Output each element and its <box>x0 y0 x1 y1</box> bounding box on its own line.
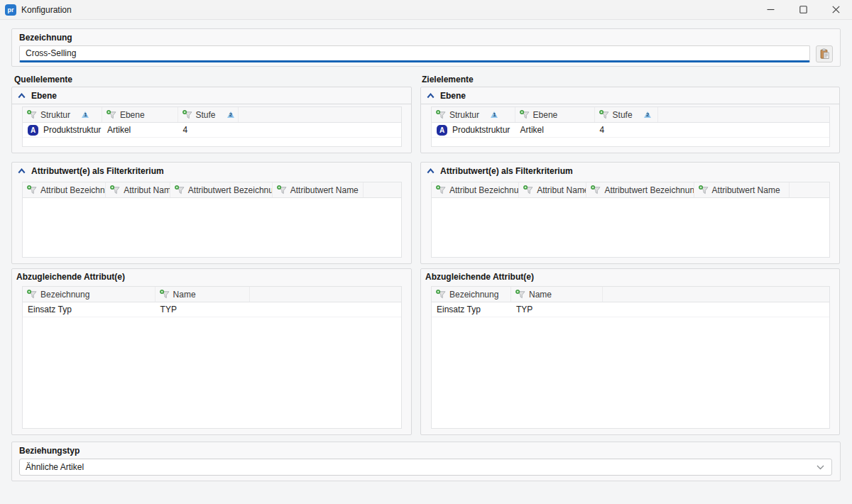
column-label: Attribut Name <box>537 185 586 195</box>
column-label: Attribut Bezeichnung <box>40 185 106 195</box>
column-label: Ebene <box>533 110 558 120</box>
bezeichnung-input[interactable] <box>19 45 810 62</box>
column-header-attributwert-bezeichnung[interactable]: Attributwert Bezeichnung <box>586 182 694 197</box>
window-controls <box>754 0 852 19</box>
close-button[interactable] <box>819 0 852 19</box>
column-header-bezeichnung[interactable]: Bezeichnung <box>432 287 511 302</box>
cell-bezeichnung: Einsatz Typ <box>23 302 155 317</box>
filter-funnel-icon[interactable] <box>599 110 609 119</box>
target-ebene-row[interactable]: AProduktstruktur Artikel 4 <box>432 123 829 138</box>
filter-funnel-icon[interactable] <box>591 185 601 195</box>
column-label: Struktur <box>449 110 479 120</box>
beziehungstyp-selected-value: Ähnliche Artikel <box>26 462 816 472</box>
source-filter-section: Attributwert(e) als Filterkriterium Attr… <box>11 162 412 264</box>
column-label: Bezeichnung <box>449 290 498 300</box>
column-label: Attributwert Bezeichnung <box>604 185 694 195</box>
target-filter-section: Attributwert(e) als Filterkriterium Attr… <box>420 162 840 264</box>
cell-ebene: Artikel <box>515 123 595 137</box>
filter-funnel-icon[interactable] <box>436 110 446 119</box>
filter-funnel-icon[interactable] <box>182 110 192 119</box>
source-match-section-label: Abzugleichende Attribut(e) <box>12 269 411 285</box>
sort-ascending-icon: 2 <box>643 111 652 119</box>
filter-funnel-icon[interactable] <box>110 185 120 195</box>
paste-button[interactable] <box>816 45 833 62</box>
target-filter-section-header[interactable]: Attributwert(e) als Filterkriterium <box>421 163 839 180</box>
column-header-attribut-name[interactable]: Attribut Name <box>106 182 170 197</box>
column-header-attribut-bezeichnung[interactable]: Attribut Bezeichnung <box>23 182 106 197</box>
filter-funnel-icon[interactable] <box>520 110 530 119</box>
column-header-ebene[interactable]: Ebene <box>515 107 595 122</box>
column-header-ebene[interactable]: Ebene <box>102 107 178 122</box>
window-title: Konfiguration <box>21 5 72 15</box>
filter-funnel-icon[interactable] <box>523 185 533 195</box>
cell-stufe: 4 <box>178 123 239 137</box>
column-label: Attribut Bezeichnung <box>449 185 519 195</box>
column-label: Stufe <box>613 110 633 120</box>
column-header-filler <box>790 182 829 197</box>
column-header-name[interactable]: Name <box>155 287 250 302</box>
artikel-icon: A <box>437 125 447 136</box>
chevron-up-icon <box>427 168 435 174</box>
titlebar: pr Konfiguration <box>0 0 852 20</box>
column-header-attributwert-name[interactable]: Attributwert Name <box>694 182 790 197</box>
column-header-bezeichnung[interactable]: Bezeichnung <box>23 287 155 302</box>
sort-ascending-icon: 1 <box>490 111 499 119</box>
beziehungstyp-select[interactable]: Ähnliche Artikel <box>19 459 832 476</box>
section-title: Attributwert(e) als Filterkriterium <box>31 166 164 176</box>
filter-funnel-icon[interactable] <box>277 185 287 195</box>
column-header-struktur[interactable]: Struktur 1 <box>432 107 515 122</box>
column-header-filler <box>603 287 829 302</box>
beziehungstyp-label: Beziehungstyp <box>12 442 840 456</box>
filter-funnel-icon[interactable] <box>27 110 37 119</box>
target-ebene-section-header[interactable]: Ebene <box>421 87 839 104</box>
filter-funnel-icon[interactable] <box>515 290 525 299</box>
filter-funnel-icon[interactable] <box>160 290 170 299</box>
cell-name: TYP <box>155 302 250 317</box>
filter-funnel-icon[interactable] <box>699 185 709 195</box>
column-header-filler <box>239 107 401 122</box>
column-header-stufe[interactable]: Stufe 2 <box>595 107 659 122</box>
source-ebene-table: Struktur 1 Ebene Stufe 2 AProduktstruktu… <box>22 106 402 147</box>
source-title: Quellelemente <box>14 75 72 84</box>
filter-funnel-icon[interactable] <box>27 290 37 299</box>
source-ebene-section-header[interactable]: Ebene <box>12 87 411 104</box>
column-label: Bezeichnung <box>40 290 89 300</box>
chevron-up-icon <box>18 93 26 99</box>
close-icon <box>832 6 840 13</box>
source-filter-section-header[interactable]: Attributwert(e) als Filterkriterium <box>12 163 411 180</box>
source-ebene-row[interactable]: AProduktstruktur Artikel 4 <box>23 123 401 138</box>
filter-funnel-icon[interactable] <box>436 290 446 299</box>
column-header-filler <box>364 182 401 197</box>
beziehungstyp-group: Beziehungstyp Ähnliche Artikel <box>11 442 841 481</box>
bezeichnung-group: Bezeichnung <box>11 28 841 67</box>
minimize-button[interactable] <box>754 0 787 19</box>
source-match-row[interactable]: Einsatz Typ TYP <box>23 302 401 317</box>
chevron-up-icon <box>18 168 26 174</box>
section-title: Ebene <box>31 91 57 101</box>
minimize-icon <box>767 6 775 13</box>
column-header-attributwert-name[interactable]: Attributwert Name <box>273 182 364 197</box>
column-header-attribut-name[interactable]: Attribut Name <box>519 182 586 197</box>
column-header-name[interactable]: Name <box>511 287 603 302</box>
column-label: Struktur <box>40 110 70 120</box>
column-header-filler <box>250 287 401 302</box>
cell-struktur: Produktstruktur <box>43 125 101 135</box>
target-ebene-table: Struktur 1 Ebene Stufe 2 AProduktstruktu… <box>431 106 830 147</box>
column-header-attributwert-bezeichnung[interactable]: Attributwert Bezeichnung <box>170 182 273 197</box>
target-match-row[interactable]: Einsatz Typ TYP <box>432 302 829 317</box>
column-header-struktur[interactable]: Struktur 1 <box>23 107 102 122</box>
column-header-stufe[interactable]: Stufe 2 <box>178 107 239 122</box>
column-header-attribut-bezeichnung[interactable]: Attribut Bezeichnung <box>432 182 519 197</box>
column-label: Name <box>529 290 552 300</box>
filter-funnel-icon[interactable] <box>436 185 446 195</box>
app-icon: pr <box>5 4 16 16</box>
maximize-button[interactable] <box>787 0 819 19</box>
filter-funnel-icon[interactable] <box>175 185 185 195</box>
filter-funnel-icon[interactable] <box>27 185 37 195</box>
sort-ascending-icon: 2 <box>226 111 236 119</box>
column-label: Attributwert Name <box>290 185 359 195</box>
target-title: Zielelemente <box>422 75 474 84</box>
target-ebene-section: Ebene Struktur 1 Ebene Stufe 2 AProdukts… <box>420 87 840 153</box>
source-match-table: Bezeichnung Name Einsatz Typ TYP <box>22 286 402 429</box>
filter-funnel-icon[interactable] <box>106 110 116 119</box>
